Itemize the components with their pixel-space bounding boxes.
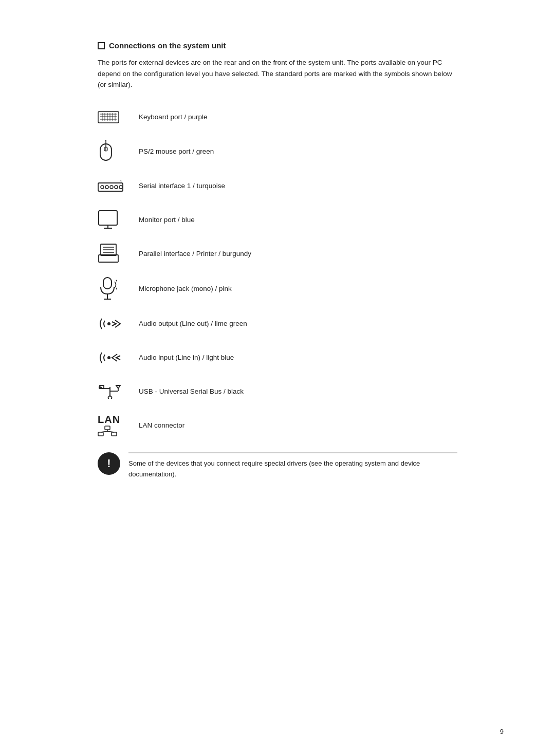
notice-icon: ! (98, 452, 120, 475)
svg-rect-28 (99, 255, 118, 262)
svg-line-48 (101, 431, 107, 432)
port-mouse-label: PS/2 mouse port / green (139, 147, 214, 155)
lan-icon: LAN (98, 414, 139, 437)
printer-icon (98, 244, 139, 264)
port-usb-label: USB - Universal Serial Bus / black (139, 388, 244, 395)
list-item: Parallel interface / Printer / burgundy (98, 243, 457, 265)
svg-point-17 (105, 186, 108, 189)
port-parallel-label: Parallel interface / Printer / burgundy (139, 250, 251, 257)
svg-point-20 (119, 186, 122, 189)
monitor-icon (98, 210, 139, 230)
list-item: USB - Universal Serial Bus / black (98, 380, 457, 403)
svg-point-19 (115, 186, 118, 189)
svg-point-18 (110, 186, 113, 189)
svg-point-16 (101, 186, 104, 189)
mouse-icon (98, 140, 139, 163)
audio-output-icon (98, 316, 139, 332)
microphone-icon (98, 276, 139, 301)
notice-content: Some of the devices that you connect req… (128, 452, 457, 480)
svg-rect-44 (105, 426, 110, 430)
list-item: 1 Serial interface 1 / turquoise (98, 175, 457, 197)
notice-text: Some of the devices that you connect req… (128, 458, 457, 480)
svg-rect-43 (99, 386, 101, 389)
svg-line-49 (107, 431, 114, 432)
port-monitor-label: Monitor port / blue (139, 216, 195, 224)
port-microphone-label: Microphone jack (mono) / pink (139, 285, 232, 292)
port-serial-label: Serial interface 1 / turquoise (139, 182, 225, 190)
list-item: LAN LAN connector (98, 414, 457, 437)
svg-rect-0 (98, 112, 119, 123)
svg-text:1: 1 (120, 179, 122, 185)
page-number: 9 (500, 728, 504, 735)
list-item: Audio output (Line out) / lime green (98, 312, 457, 335)
list-item: Audio input (Line in) / light blue (98, 346, 457, 369)
list-item: Keyboard port / purple (98, 106, 457, 128)
svg-rect-29 (103, 278, 112, 289)
usb-icon (98, 384, 139, 399)
svg-rect-21 (99, 211, 117, 225)
keyboard-icon (98, 111, 139, 123)
port-list: Keyboard port / purple PS/2 mouse port /… (98, 106, 457, 437)
checkbox-icon (98, 42, 105, 49)
svg-rect-46 (112, 432, 117, 436)
port-audio-out-label: Audio output (Line out) / lime green (139, 320, 247, 327)
svg-point-33 (107, 356, 110, 359)
serial-icon: 1 (98, 179, 139, 193)
port-keyboard-label: Keyboard port / purple (139, 113, 208, 121)
notice-divider (128, 452, 457, 453)
audio-input-icon (98, 349, 139, 366)
svg-rect-45 (98, 432, 103, 436)
svg-point-32 (107, 322, 110, 325)
list-item: Microphone jack (mono) / pink (98, 276, 457, 301)
svg-point-36 (108, 396, 112, 399)
port-lan-label: LAN connector (139, 421, 184, 429)
intro-text: The ports for external devices are on th… (98, 57, 457, 90)
section-title: Connections on the system unit (98, 41, 457, 50)
svg-marker-35 (116, 385, 120, 389)
port-audio-in-label: Audio input (Line in) / light blue (139, 354, 234, 361)
list-item: Monitor port / blue (98, 209, 457, 231)
list-item: PS/2 mouse port / green (98, 140, 457, 163)
notice-box: ! Some of the devices that you connect r… (98, 452, 457, 480)
